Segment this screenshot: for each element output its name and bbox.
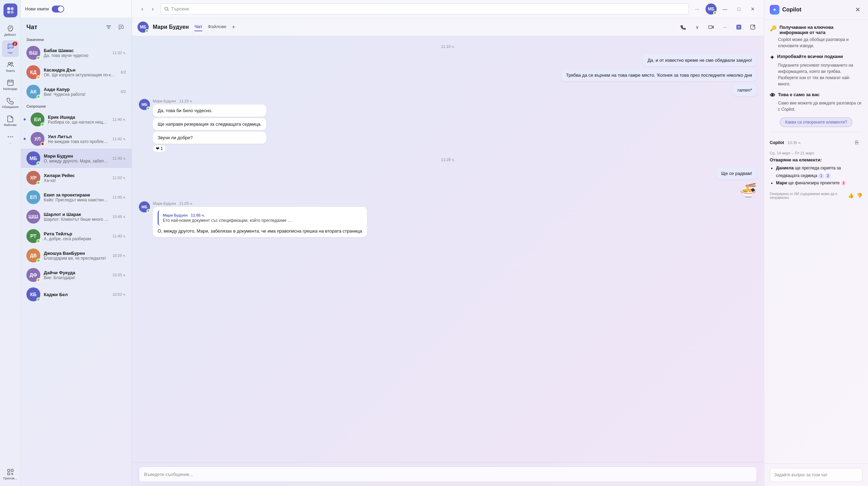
avatar: ЕИ bbox=[31, 112, 44, 126]
list-item[interactable]: ЕИ Ерик Ишида Разбира се, ще наглася нещ… bbox=[21, 110, 132, 129]
sidebar-item-calls[interactable]: Обаждания bbox=[2, 94, 19, 111]
teams-icon-btn[interactable]: T bbox=[733, 22, 744, 33]
chat-name: Шарлот и Шарак bbox=[44, 212, 109, 217]
item-badge: 2 bbox=[825, 173, 831, 179]
svg-point-4 bbox=[8, 62, 10, 65]
list-item[interactable]: ХР Хилари Рейес Ха-ха! 11:02 ч. bbox=[21, 168, 132, 187]
chat-preview: Шарлот: Клиентът беше много доволен ... bbox=[44, 217, 109, 222]
chat-preview: Не виждам това като проблем. Можеш ... bbox=[48, 139, 109, 144]
teams-label: Teams bbox=[6, 69, 15, 73]
message-bubble: Мари Будуен 11:05 ч. Ето най-новия докум… bbox=[153, 207, 367, 237]
maximize-button[interactable]: □ bbox=[733, 3, 744, 15]
copilot-section-title: 👁 Това е само за вас bbox=[770, 92, 862, 99]
thumbs-down-button[interactable]: 👎 bbox=[857, 193, 862, 198]
list-item[interactable]: БШ Бабак Шамас Да, това звучи чудесно 11… bbox=[21, 43, 132, 62]
item-highlight: Даниела bbox=[776, 166, 794, 170]
copy-button[interactable]: ⎘ bbox=[851, 137, 862, 148]
quoted-sender: Мари Будуен 11:05 ч. bbox=[163, 213, 358, 217]
sidebar-item-files[interactable]: Файлове bbox=[2, 112, 19, 129]
filter-button[interactable] bbox=[104, 22, 114, 32]
chat-info: Шарлот и Шарак Шарлот: Клиентът беше мно… bbox=[44, 212, 109, 222]
list-item[interactable]: УЛ Уил Литъл Не виждам това като проблем… bbox=[21, 129, 132, 149]
copilot-input[interactable]: Задайте въпрос за този чат bbox=[770, 468, 862, 482]
copilot-sender: Copilot bbox=[770, 140, 784, 145]
message-bubble: Звучи ли добре? bbox=[153, 132, 266, 144]
more-chat-options[interactable]: ··· bbox=[719, 22, 731, 33]
svg-rect-0 bbox=[7, 7, 10, 10]
call-button[interactable] bbox=[678, 22, 689, 33]
message-meta: Мари Будуен 11:25 ч. bbox=[153, 99, 266, 103]
close-button[interactable]: ✕ bbox=[747, 3, 758, 15]
list-item[interactable]: МБ Мари Будуен О, между другото, Мари, з… bbox=[21, 149, 132, 168]
calendar-label: Календар bbox=[3, 87, 17, 91]
topbar-actions: ··· МБ — □ ✕ bbox=[692, 3, 758, 15]
status-dot bbox=[41, 142, 44, 146]
chat-time: 10:48 ч. bbox=[112, 215, 126, 219]
list-item[interactable]: ДВ Джошуа ВанБурен Благодарим ви, че пре… bbox=[21, 246, 132, 265]
new-teams-toggle[interactable] bbox=[52, 6, 64, 12]
chat-name: Уил Литъл bbox=[48, 134, 109, 139]
chat-info: Аади Капур Вие: Чудесна работа! bbox=[44, 87, 117, 97]
minimize-button[interactable]: — bbox=[719, 3, 731, 15]
status-dot bbox=[36, 75, 40, 79]
chat-meta: 11:32 ч. bbox=[112, 51, 126, 55]
copilot-footer-note: Генерирано от ИИ съдържание може да е не… bbox=[770, 192, 848, 200]
avatar: АК bbox=[26, 85, 40, 99]
activity-label: Дейност bbox=[4, 33, 16, 36]
copilot-message: Copilot 10:35 ч. ⎘ Ср, 14 март – Пт 21 м… bbox=[770, 137, 862, 200]
avatar: КД bbox=[26, 65, 40, 79]
key-icon: 🔑 bbox=[770, 25, 777, 32]
list-item[interactable]: ШШ Шарлот и Шарак Шарлот: Клиентът беше … bbox=[21, 207, 132, 226]
user-avatar[interactable]: МБ bbox=[706, 3, 717, 15]
message-avatar: МБ bbox=[139, 201, 150, 212]
tab-chat[interactable]: Чат bbox=[194, 23, 202, 31]
top-bar: Нови екипи bbox=[21, 0, 132, 18]
search-bar[interactable]: Търсене bbox=[160, 3, 689, 15]
popout-button[interactable] bbox=[747, 22, 758, 33]
list-item[interactable]: ДФ Дайчи Фукуда Вие: Благодари! 10:20 ч. bbox=[21, 265, 132, 285]
back-button[interactable]: ‹ bbox=[137, 4, 147, 14]
message-input[interactable]: Въведете съобщение... bbox=[139, 467, 757, 482]
status-dot bbox=[36, 278, 40, 282]
list-item[interactable]: КБ Каджи Бел 10:02 ч. bbox=[21, 285, 132, 304]
copilot-close-button[interactable]: ✕ bbox=[853, 5, 862, 15]
list-item[interactable]: АК Аади Капур Вие: Чудесна работа! 6/2 bbox=[21, 82, 132, 101]
copilot-section: 👁 Това е само за вас Само вие можете да … bbox=[770, 92, 862, 112]
svg-point-5 bbox=[11, 62, 12, 64]
thumbs-up-button[interactable]: 👍 bbox=[848, 193, 854, 198]
sidebar-item-calendar[interactable]: Календар bbox=[2, 76, 19, 93]
chat-time: 11:32 ч. bbox=[112, 51, 126, 55]
chat-name: Екип за проектиране bbox=[44, 192, 109, 198]
tab-add-button[interactable]: + bbox=[232, 23, 235, 31]
copilot-input-placeholder: Задайте въпрос за този чат bbox=[774, 472, 827, 477]
more-options-button[interactable]: ··· bbox=[692, 3, 703, 15]
status-dot bbox=[36, 56, 40, 60]
new-chat-button[interactable] bbox=[116, 22, 126, 32]
status-dot bbox=[36, 181, 40, 185]
sidebar-item-add-apps[interactable]: Прилож... bbox=[2, 466, 19, 483]
sidebar-item-chat[interactable]: 2 Чат bbox=[2, 40, 19, 57]
tab-files[interactable]: Файлове bbox=[208, 23, 226, 31]
chat-info: Рита Тейлър А, добре, сега разбирам. bbox=[44, 231, 109, 241]
list-item[interactable]: РТ Рита Тейлър А, добре, сега разбирам. … bbox=[21, 226, 132, 246]
chat-time: 11:42 ч. bbox=[112, 137, 126, 141]
forward-button[interactable]: › bbox=[148, 4, 158, 14]
call-dropdown[interactable]: ∨ bbox=[692, 22, 703, 33]
sidebar-item-more[interactable]: ··· bbox=[2, 131, 19, 147]
svg-rect-12 bbox=[8, 473, 10, 475]
sidebar-nav: Дейност 2 Чат Teams Календар Обаждани bbox=[0, 0, 21, 486]
chat-time: 6/2 bbox=[121, 90, 126, 94]
chat-time: 11:02 ч. bbox=[112, 176, 126, 180]
sidebar-item-activity[interactable]: Дейност bbox=[2, 22, 19, 39]
copilot-action-button[interactable]: Какви са отворените елементи? bbox=[780, 117, 852, 127]
list-item[interactable]: КД Касандра Дън ОК. Ще изпратя актуализа… bbox=[21, 62, 132, 82]
chat-list-header: Чат bbox=[21, 18, 132, 35]
video-call-button[interactable] bbox=[706, 22, 717, 33]
list-item[interactable]: ЕП Екип за проектиране Кайо: Прегледът м… bbox=[21, 187, 132, 207]
sidebar-item-teams[interactable]: Teams bbox=[2, 58, 19, 75]
chat-info: Мари Будуен О, между другото, Мари, забе… bbox=[44, 153, 109, 164]
message-row: Трябва да се върнем на това rамpe място.… bbox=[139, 69, 757, 81]
copilot-msg-time: 10:35 ч. bbox=[787, 141, 801, 145]
copilot-header: ✦ Copilot ✕ bbox=[764, 0, 868, 20]
message-bubble: Да, това би било чудесно. bbox=[153, 104, 266, 117]
